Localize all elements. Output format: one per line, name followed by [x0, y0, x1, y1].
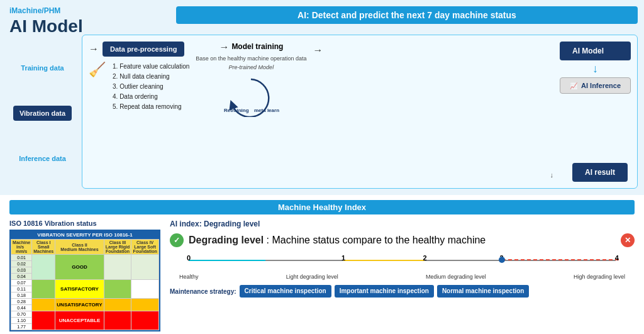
svg-text:meta learning: meta learning [254, 108, 279, 113]
number-line: 0 1 2 3 4 [176, 252, 628, 271]
col-class3: Class IIILarge Rigid Foundation [104, 240, 131, 255]
ai-index-title: AI index: Degrading level [170, 220, 635, 228]
model-sub: Base on the healthy machine operation da… [196, 55, 306, 62]
level-light: Light degrading level [286, 274, 338, 280]
level-healthy: Healthy [179, 274, 199, 280]
col-class1: Class ISmall Machines [32, 240, 55, 255]
iso-table-header: VIBRATION SEVERITY PER ISO 10816-1 [11, 231, 159, 239]
pretrained-label: Pre-trained Model [229, 64, 274, 70]
col-class2: Class IIMedium Machines [55, 240, 104, 255]
x-icon: ✕ [621, 233, 635, 247]
ai-inference-label: AI Inference [581, 82, 621, 89]
arrow-aimodel: → [313, 45, 323, 56]
degrading-row: ✓ Degrading level : Machine status compa… [170, 233, 635, 247]
col-machine: Machinein/s mm/s [11, 240, 32, 255]
marker-1: 1 [341, 254, 345, 262]
top-section: iMachine/PHM AI Model AI: Detect and pre… [0, 0, 644, 195]
marker-0: 0 [187, 254, 191, 262]
marker-2: 2 [423, 254, 426, 262]
maintenance-label: Maintenance strategy: [170, 288, 236, 295]
arrow-model: → [219, 42, 229, 53]
number-line-container: 0 1 2 3 4 [170, 252, 635, 271]
step-4: 4. Data ordering [113, 92, 189, 102]
ai-inference-box: 📈 AI Inference [560, 77, 631, 94]
bottom-content: ISO 10816 Vibration status VIBRATION SEV… [9, 220, 635, 330]
ai-index-section: AI index: Degrading level ✓ Degrading le… [170, 220, 635, 330]
step-1: 1. Feature value calculation [113, 62, 189, 72]
step-3: 3. Outlier cleaning [113, 82, 189, 92]
model-training-title: Model training [231, 42, 283, 51]
inference-label: Inference data [3, 155, 82, 162]
degrading-text: Degrading level : Machine status compare… [189, 235, 486, 246]
ai-model-box: AI Model [560, 42, 631, 60]
maint-critical-box: Critical machine inspection [240, 285, 331, 298]
data-labels: Training data Vibration data Inference d… [0, 35, 82, 192]
yellow-line [343, 260, 425, 261]
flow-diagram: → Data pre-processing 🧹 1. Feature value… [82, 35, 638, 189]
retraining-circle: Retraining meta learning [223, 73, 279, 117]
blue-dot [499, 257, 505, 263]
check-icon: ✓ [170, 233, 184, 247]
iso-title: ISO 10816 Vibration status [9, 220, 160, 227]
svg-text:Retraining: Retraining [224, 108, 249, 113]
broom-icon: 🧹 [89, 62, 106, 78]
top-banner: AI: Detect and predict the next 7 day ma… [176, 6, 638, 24]
model-training-box: Model training [231, 42, 283, 53]
bottom-section: Machine Healthy Index ISO 10816 Vibratio… [0, 195, 644, 334]
ai-result-box: AI result [572, 163, 628, 182]
preprocessing-steps: 1. Feature value calculation 2. Null dat… [113, 62, 189, 112]
maint-normal-box: Normal machine inspection [437, 285, 530, 298]
teal-line [189, 260, 265, 261]
iso-table: Machinein/s mm/s Class ISmall Machines C… [11, 239, 159, 330]
level-medium: Medium degrading level [426, 274, 486, 280]
level-high: High degrading level [574, 274, 625, 280]
mhi-banner: Machine Healthy Index [9, 200, 635, 214]
down-arrow-1: ↓ [560, 62, 631, 75]
training-label: Training data [3, 64, 82, 72]
maint-important-box: Important machine inspection [335, 285, 434, 298]
iso-section: ISO 10816 Vibration status VIBRATION SEV… [9, 220, 160, 330]
col-class4: Class IVLarge Soft Foundation [131, 240, 159, 255]
iso-table-wrapper: VIBRATION SEVERITY PER ISO 10816-1 Machi… [9, 230, 160, 331]
preprocessing-box: Data pre-processing [103, 42, 184, 57]
maintenance-row: Maintenance strategy: Critical machine i… [170, 285, 635, 298]
trend-icon: 📈 [570, 82, 577, 89]
step-5: 5. Repeat data removing [113, 102, 189, 112]
result-arrow-note: ↓ [550, 171, 554, 179]
level-labels: Healthy Light degrading level Medium deg… [170, 274, 635, 280]
red-dashed-line [502, 259, 619, 260]
step-2: 2. Null data cleaning [113, 72, 189, 82]
vibration-box: Vibration data [13, 106, 72, 121]
marker-4: 4 [615, 254, 619, 262]
arrow-preprocessing: → [89, 43, 99, 55]
